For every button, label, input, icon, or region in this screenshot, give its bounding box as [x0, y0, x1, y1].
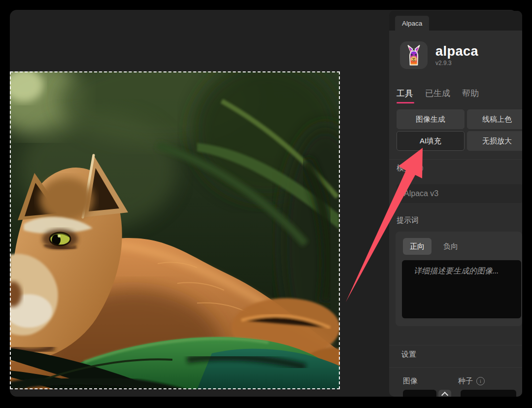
prompt-label: 提示词	[397, 216, 419, 225]
plugin-panel: Alpaca	[389, 11, 522, 397]
seed-label-text: 种子	[458, 376, 473, 386]
panel-tab-alpaca[interactable]: Alpaca	[395, 16, 429, 31]
model-select-value: Alpaca v3	[404, 189, 438, 198]
active-tab-underline	[397, 102, 414, 103]
app-version: v2.9.3	[435, 60, 478, 67]
canvas-artwork-cougar	[10, 71, 340, 389]
section-divider	[389, 367, 522, 368]
button-lossless-upscale[interactable]: 无损放大	[467, 131, 522, 151]
seed-info-icon[interactable]: i	[476, 377, 485, 385]
button-ai-fill[interactable]: AI填充	[397, 131, 465, 151]
panel-nav: 工具 已生成 帮助	[397, 88, 479, 103]
stepper-up-icon	[441, 392, 448, 397]
image-count-input[interactable]	[403, 390, 436, 397]
prompt-textarea[interactable]	[402, 260, 521, 318]
model-select[interactable]: Alpaca v3	[397, 184, 522, 203]
seed-input[interactable]	[461, 390, 516, 397]
tab-positive-prompt[interactable]: 正向	[403, 238, 432, 255]
model-label-text: 模型	[397, 164, 411, 173]
model-info-icon[interactable]: i	[415, 164, 423, 172]
prompt-card: 正向 负向	[396, 232, 522, 326]
tab-negative-prompt[interactable]: 负向	[443, 238, 458, 255]
alpaca-logo-icon	[400, 41, 428, 69]
panel-tabbar: Alpaca	[389, 11, 522, 31]
nav-tab-help[interactable]: 帮助	[462, 88, 479, 103]
nav-tab-tools-label: 工具	[397, 89, 413, 98]
image-count-stepper[interactable]	[438, 390, 451, 397]
button-lineart-coloring[interactable]: 线稿上色	[467, 109, 522, 129]
tool-buttons: 图像生成 线稿上色 AI填充 无损放大	[397, 109, 522, 151]
app-title: alpaca	[435, 44, 478, 58]
app-header: alpaca v2.9.3	[400, 41, 478, 69]
settings-header[interactable]: 设置	[401, 350, 416, 359]
button-image-generation[interactable]: 图像生成	[397, 109, 465, 129]
section-divider	[389, 159, 522, 160]
panel-body: alpaca v2.9.3 工具 已生成 帮助 图像生成 线稿上色 AI填充 无…	[389, 31, 522, 397]
image-count-label: 图像	[403, 376, 418, 386]
seed-label: 种子 i	[458, 376, 485, 386]
document-canvas[interactable]	[10, 71, 340, 389]
model-label: 模型 i	[397, 164, 423, 173]
nav-tab-generated[interactable]: 已生成	[425, 88, 450, 103]
window-background: Alpaca	[0, 0, 532, 408]
nav-tab-tools[interactable]: 工具	[397, 88, 413, 103]
section-divider	[389, 345, 522, 345]
